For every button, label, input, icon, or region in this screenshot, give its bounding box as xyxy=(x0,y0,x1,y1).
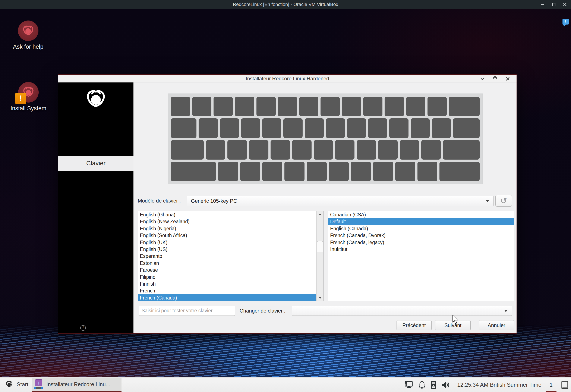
list-item[interactable]: Default xyxy=(328,218,514,225)
taskbar: Start ↓ Installateur Redcore Linu... xyxy=(0,377,571,392)
start-label: Start xyxy=(17,381,29,388)
keyboard-key xyxy=(262,162,282,181)
reset-icon: ↺ xyxy=(500,196,507,205)
list-item[interactable]: English (UK) xyxy=(138,239,316,246)
list-item[interactable]: Esperanto xyxy=(138,253,316,260)
close-icon[interactable] xyxy=(562,2,568,7)
list-item[interactable]: English (New Zealand) xyxy=(138,218,316,225)
list-item[interactable]: English (Ghana) xyxy=(138,211,316,218)
variant-list[interactable]: Canadian (CSA)DefaultEnglish (Canada)Fre… xyxy=(328,211,514,301)
list-item[interactable]: English (US) xyxy=(138,246,316,253)
list-item[interactable]: Filipino xyxy=(138,274,316,280)
keyboard-key xyxy=(357,140,376,160)
taskbar-task-installer[interactable]: ↓ Installateur Redcore Linu... xyxy=(32,378,122,391)
keyboard-key xyxy=(449,97,480,116)
variant-list-items: Canadian (CSA)DefaultEnglish (Canada)Fre… xyxy=(328,211,514,301)
layout-list[interactable]: English (Ghana)English (New Zealand)Engl… xyxy=(138,211,324,301)
task-label: Installateur Redcore Linu... xyxy=(46,381,110,388)
minimize-icon[interactable] xyxy=(540,2,545,7)
scrollbar-thumb[interactable] xyxy=(317,241,323,252)
keyboard-model-label: Modèle de clavier : xyxy=(138,198,181,204)
list-item[interactable]: English (Nigeria) xyxy=(138,225,316,232)
keyboard-key xyxy=(421,140,441,160)
vbox-window-title: RedcoreLinux [En fonction] - Oracle VM V… xyxy=(233,2,338,7)
display-network-icon[interactable] xyxy=(404,381,413,389)
vbox-titlebar: RedcoreLinux [En fonction] - Oracle VM V… xyxy=(0,0,571,9)
list-item[interactable]: Inuktitut xyxy=(328,246,514,253)
scroll-up-icon[interactable] xyxy=(317,211,323,217)
list-item[interactable]: Estonian xyxy=(138,260,316,267)
keyboard-key xyxy=(335,140,355,160)
vbox-window-controls xyxy=(540,0,569,9)
keyboard-key xyxy=(192,97,211,116)
list-item[interactable]: Faroese xyxy=(138,267,316,274)
list-item[interactable]: French xyxy=(138,287,316,294)
keyboard-key xyxy=(428,97,447,116)
maximize-icon[interactable] xyxy=(551,2,557,7)
desktop-icon-install-system[interactable]: ! Install System xyxy=(5,82,52,112)
installer-window: Installateur Redcore Linux Hardened xyxy=(58,74,517,334)
keyboard-key xyxy=(278,97,297,116)
keyboard-key xyxy=(285,162,304,181)
keyboard-key xyxy=(342,97,361,116)
keyboard-key xyxy=(314,140,333,160)
volume-icon[interactable] xyxy=(441,381,450,389)
keyboard-test-input[interactable] xyxy=(139,306,235,316)
redcore-logo-icon xyxy=(83,86,109,113)
list-item[interactable]: English (Canada) xyxy=(328,225,514,232)
shade-chevron-down-icon[interactable] xyxy=(479,76,485,82)
keyboard-key xyxy=(347,118,366,138)
list-item[interactable]: French (Canada) xyxy=(138,294,316,301)
notification-bubble-icon[interactable]: ! xyxy=(562,19,569,25)
keyboard-key xyxy=(171,162,216,181)
keyboard-key xyxy=(326,118,345,138)
removable-device-icon[interactable] xyxy=(431,381,436,389)
keyboard-model-select[interactable]: Generic 105-key PC xyxy=(187,196,494,206)
switch-keyboard-select[interactable] xyxy=(292,306,512,316)
redcore-rose-icon xyxy=(21,23,35,38)
keyboard-model-value: Generic 105-key PC xyxy=(191,198,237,204)
keyboard-key xyxy=(171,140,204,160)
system-tray: 12:25:34 AM British Summer Time 1 xyxy=(404,377,571,392)
clock[interactable]: 12:25:34 AM British Summer Time xyxy=(457,381,541,388)
keyboard-key xyxy=(373,162,393,181)
list-item[interactable]: English (South Africa) xyxy=(138,232,316,239)
keyboard-key xyxy=(206,140,225,160)
keyboard-key xyxy=(385,97,404,116)
list-item[interactable]: French (Canada, Dvorak) xyxy=(328,232,514,239)
info-icon[interactable]: i xyxy=(80,325,86,331)
cancel-button[interactable]: Annuler xyxy=(479,320,514,330)
reset-button[interactable]: ↺ xyxy=(495,195,512,207)
keyboard-key xyxy=(299,97,318,116)
step-label: Clavier xyxy=(86,160,105,167)
keyboard-key xyxy=(262,118,281,138)
notifications-bell-icon[interactable] xyxy=(418,381,426,389)
workspace-indicator[interactable]: 1 xyxy=(547,381,556,388)
list-item[interactable]: Canadian (CSA) xyxy=(328,211,514,218)
list-item[interactable]: Finnish xyxy=(138,280,316,287)
keyboard-key xyxy=(249,140,268,160)
scroll-down-icon[interactable] xyxy=(317,295,323,301)
list-item[interactable]: French (Canada, legacy) xyxy=(328,239,514,246)
keyboard-key xyxy=(400,140,419,160)
keyboard-key xyxy=(235,97,254,116)
close-icon[interactable] xyxy=(505,76,511,82)
keyboard-key xyxy=(378,140,398,160)
keyboard-key xyxy=(241,118,260,138)
previous-button[interactable]: Précédent xyxy=(397,320,431,330)
installer-sidebar: Clavier i xyxy=(58,83,133,333)
layout-list-scrollbar[interactable] xyxy=(316,211,323,301)
show-desktop-icon[interactable] xyxy=(561,380,569,390)
keyboard-key xyxy=(329,162,349,181)
keyboard-key xyxy=(271,140,290,160)
start-button[interactable]: Start xyxy=(3,377,30,391)
maximize-double-chevron-icon[interactable] xyxy=(492,76,498,82)
mouse-cursor xyxy=(452,315,459,324)
keyboard-key xyxy=(240,162,260,181)
screen: RedcoreLinux [En fonction] - Oracle VM V… xyxy=(0,0,571,392)
desktop-icon-ask-for-help[interactable]: Ask for help xyxy=(5,20,52,50)
keyboard-preview xyxy=(168,94,483,184)
keyboard-key xyxy=(453,118,480,138)
keyboard-key xyxy=(351,162,371,181)
keyboard-key xyxy=(443,140,480,160)
